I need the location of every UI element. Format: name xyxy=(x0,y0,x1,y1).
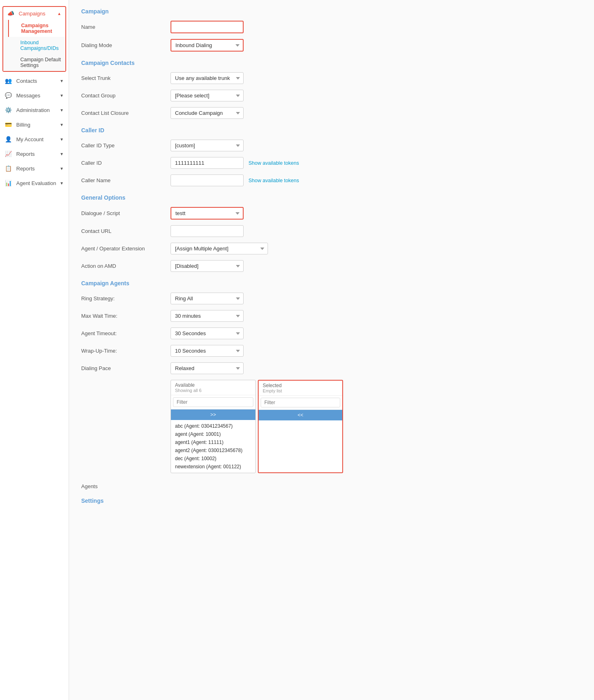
list-item[interactable]: abc (Agent: 03041234567) xyxy=(171,422,255,430)
agent-operator-select[interactable]: [Assign Multiple Agent] xyxy=(171,243,268,254)
wrap-up-time-select[interactable]: 10 Secondes xyxy=(171,345,244,357)
contact-group-select[interactable]: [Please select] xyxy=(171,90,244,101)
sidebar-group-reports2: 📋 Reports ▼ xyxy=(0,162,69,175)
contacts-icon: 👥 xyxy=(5,78,13,84)
sidebar-item-contacts[interactable]: 👥 Contacts ▼ xyxy=(0,74,69,88)
reports2-chevron: ▼ xyxy=(60,166,64,171)
caller-id-input[interactable] xyxy=(171,157,244,169)
action-on-amd-select[interactable]: [Disabled] xyxy=(171,260,244,272)
wrap-up-time-label: Wrap-Up-Time: xyxy=(81,348,171,354)
sidebar-group-agent-evaluation: 📊 Agent Evaluation ▼ xyxy=(0,176,69,190)
available-filter-input[interactable] xyxy=(173,397,253,407)
messages-chevron: ▼ xyxy=(60,93,64,98)
sidebar-item-reports1[interactable]: 📈 Reports ▼ xyxy=(0,147,69,161)
caller-id-type-select[interactable]: [custom] xyxy=(171,140,244,151)
reports2-icon: 📋 xyxy=(5,165,13,172)
messages-label: Messages xyxy=(16,93,40,99)
agent-timeout-select[interactable]: 30 Secondes xyxy=(171,327,244,339)
sidebar-group-contacts: 👥 Contacts ▼ xyxy=(0,74,69,88)
show-tokens-link-2[interactable]: Show available tokens xyxy=(248,178,299,183)
list-item[interactable]: agent (Agent: 10001) xyxy=(171,430,255,438)
wrap-up-time-row: Wrap-Up-Time: 10 Secondes xyxy=(81,345,582,357)
sidebar-group-reports1: 📈 Reports ▼ xyxy=(0,147,69,161)
reports1-icon: 📈 xyxy=(5,151,13,157)
campaigns-chevron: ▲ xyxy=(57,11,61,16)
agent-evaluation-chevron: ▼ xyxy=(60,181,64,185)
contact-list-closure-select[interactable]: Conclude Campaign xyxy=(171,107,244,119)
select-trunk-select[interactable]: Use any available trunk xyxy=(171,72,244,84)
sidebar-item-administration[interactable]: ⚙️ Administration ▼ xyxy=(0,103,69,117)
dialogue-script-select[interactable]: testt xyxy=(171,207,244,220)
sidebar-item-campaigns-management[interactable]: Campaigns Management xyxy=(8,20,65,37)
agent-operator-label: Agent / Operator Extension xyxy=(81,246,171,252)
selected-filter-input[interactable] xyxy=(261,398,340,407)
dialing-pace-select[interactable]: Relaxed xyxy=(171,362,244,374)
sidebar-item-campaigns[interactable]: 📣 Campaigns ▲ xyxy=(3,7,65,20)
show-tokens-link-1[interactable]: Show available tokens xyxy=(248,160,299,166)
agent-timeout-row: Agent Timeout: 30 Secondes xyxy=(81,327,582,339)
contact-list-closure-row: Contact List Closure Conclude Campaign xyxy=(81,107,582,119)
reports2-label: Reports xyxy=(16,166,35,172)
dialing-mode-select[interactable]: Inbound Dialing xyxy=(171,39,244,52)
caller-id-label: Caller ID xyxy=(81,160,171,166)
contact-url-row: Contact URL xyxy=(81,225,582,237)
contacts-label: Contacts xyxy=(16,78,37,84)
agent-operator-row: Agent / Operator Extension [Assign Multi… xyxy=(81,243,582,254)
contact-url-label: Contact URL xyxy=(81,228,171,234)
selected-subheader: Empty list xyxy=(263,388,338,393)
list-item[interactable]: agent2 (Agent: 030012345678) xyxy=(171,446,255,454)
contact-group-label: Contact Group xyxy=(81,93,171,99)
move-right-button[interactable]: >> xyxy=(171,409,255,420)
sidebar-group-my-account: 👤 My Account ▼ xyxy=(0,132,69,146)
main-content: Campaign Name Dialing Mode Inbound Diali… xyxy=(69,0,594,700)
contacts-chevron: ▼ xyxy=(60,79,64,83)
select-trunk-label: Select Trunk xyxy=(81,75,171,81)
caller-id-type-row: Caller ID Type [custom] xyxy=(81,140,582,151)
campaigns-label: Campaigns xyxy=(19,11,45,17)
name-input[interactable] xyxy=(171,21,244,33)
agent-dual-list: Available Showing all 6 >> abc (Agent: 0… xyxy=(171,380,582,473)
list-item[interactable]: agent1 (Agent: 11111) xyxy=(171,438,255,446)
agents-label: Agents xyxy=(81,483,171,489)
move-left-button[interactable]: << xyxy=(259,410,342,420)
caller-name-input[interactable] xyxy=(171,174,244,186)
sidebar-group-messages: 💬 Messages ▼ xyxy=(0,88,69,102)
ring-strategy-row: Ring Strategy: Ring All xyxy=(81,293,582,304)
campaign-contacts-title: Campaign Contacts xyxy=(81,60,582,66)
caller-name-row: Caller Name Show available tokens xyxy=(81,174,582,186)
contact-group-row: Contact Group [Please select] xyxy=(81,90,582,101)
list-item[interactable]: dec (Agent: 10002) xyxy=(171,454,255,463)
ring-strategy-select[interactable]: Ring All xyxy=(171,293,244,304)
sidebar-item-campaign-default[interactable]: Campaign Default Settings xyxy=(8,54,65,71)
settings-section-title: Settings xyxy=(81,498,582,504)
max-wait-time-select[interactable]: 30 minutes xyxy=(171,310,244,322)
campaign-agents-title: Campaign Agents xyxy=(81,280,582,286)
dialing-mode-label: Dialing Mode xyxy=(81,42,171,48)
dialing-pace-label: Dialing Pace xyxy=(81,365,171,371)
caller-name-label: Caller Name xyxy=(81,177,171,183)
sidebar-item-billing[interactable]: 💳 Billing ▼ xyxy=(0,118,69,131)
available-header: Available Showing all 6 xyxy=(171,380,255,395)
selected-label: Selected xyxy=(263,383,338,388)
general-options-title: General Options xyxy=(81,194,582,201)
sidebar-item-agent-evaluation[interactable]: 📊 Agent Evaluation ▼ xyxy=(0,176,69,190)
list-item[interactable]: newextension (Agent: 001122) xyxy=(171,463,255,471)
action-on-amd-row: Action on AMD [Disabled] xyxy=(81,260,582,272)
sidebar-item-reports2[interactable]: 📋 Reports ▼ xyxy=(0,162,69,175)
sidebar-item-inbound-campaigns[interactable]: Inbound Campaigns/DIDs xyxy=(8,37,65,54)
dialing-mode-row: Dialing Mode Inbound Dialing xyxy=(81,39,582,52)
sidebar-item-my-account[interactable]: 👤 My Account ▼ xyxy=(0,132,69,146)
reports1-label: Reports xyxy=(16,151,35,157)
administration-label: Administration xyxy=(16,107,50,113)
name-row: Name xyxy=(81,21,582,33)
caller-id-section-title: Caller ID xyxy=(81,127,582,134)
my-account-icon: 👤 xyxy=(5,136,13,142)
sidebar-item-messages[interactable]: 💬 Messages ▼ xyxy=(0,88,69,102)
available-subheader: Showing all 6 xyxy=(175,388,251,393)
contact-url-input[interactable] xyxy=(171,225,244,237)
name-label: Name xyxy=(81,24,171,30)
selected-filter xyxy=(259,396,342,410)
billing-label: Billing xyxy=(16,122,30,128)
administration-chevron: ▼ xyxy=(60,108,64,112)
max-wait-time-label: Max Wait Time: xyxy=(81,313,171,319)
